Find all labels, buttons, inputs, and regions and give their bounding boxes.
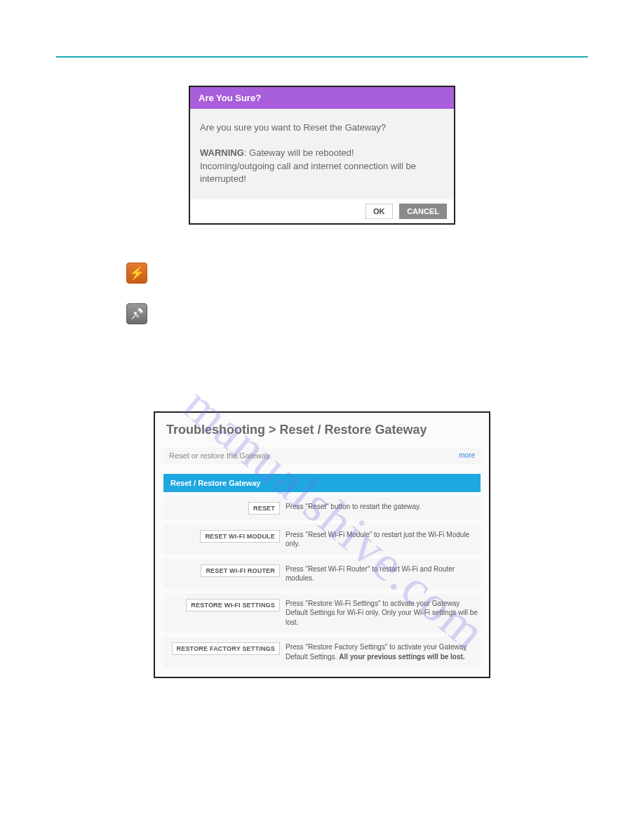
row-desc: Press "Restore Wi-Fi Settings" to activa… [286, 599, 478, 628]
ok-button[interactable]: OK [365, 204, 393, 219]
row-desc-bold: All your previous settings will be lost. [339, 653, 464, 661]
row-desc: Press "Restore Factory Settings" to acti… [286, 642, 478, 661]
dialog-footer: OK CANCEL [190, 199, 454, 223]
row-desc: Press "Reset Wi-Fi Module" to restart ju… [286, 530, 478, 549]
warning-line2: Incoming/outgoing call and internet conn… [200, 161, 416, 184]
row-desc: Press "Reset Wi-Fi Router" to restart Wi… [286, 564, 478, 583]
dialog-warning: WARNING: Gateway will be rebooted! Incom… [200, 147, 444, 185]
dialog-title: Are You Sure? [190, 87, 454, 109]
confirm-dialog: Are You Sure? Are you sure you want to R… [189, 86, 455, 225]
table-row: RESET Press "Reset" button to restart th… [163, 496, 481, 520]
pin-icon [126, 303, 147, 324]
dialog-body: Are you sure you want to Reset the Gatew… [190, 109, 454, 199]
row-desc: Press "Reset" button to restart the gate… [286, 502, 478, 512]
reset-wifi-module-button[interactable]: RESET WI-FI MODULE [200, 530, 280, 543]
more-link[interactable]: more [459, 451, 475, 459]
panel-title: Troubleshooting > Reset / Restore Gatewa… [166, 423, 481, 437]
lightning-icon [126, 263, 147, 284]
section-header: Reset / Restore Gateway [163, 474, 481, 492]
table-row: RESET WI-FI ROUTER Press "Reset Wi-Fi Ro… [163, 559, 481, 589]
top-divider [56, 56, 588, 58]
table-row: RESTORE FACTORY SETTINGS Press "Restore … [163, 637, 481, 667]
panel-subtitle-row: Reset or restore the Gateway. more [163, 447, 481, 464]
troubleshooting-panel: Troubleshooting > Reset / Restore Gatewa… [154, 411, 490, 679]
warning-line1: : Gateway will be rebooted! [244, 147, 354, 158]
reset-wifi-router-button[interactable]: RESET WI-FI ROUTER [201, 564, 280, 577]
cancel-button[interactable]: CANCEL [399, 204, 447, 219]
table-row: RESET WI-FI MODULE Press "Reset Wi-Fi Mo… [163, 524, 481, 555]
restore-factory-settings-button[interactable]: RESTORE FACTORY SETTINGS [172, 642, 281, 655]
reset-button[interactable]: RESET [248, 502, 280, 515]
warning-label: WARNING [200, 147, 244, 158]
dialog-question: Are you sure you want to Reset the Gatew… [200, 121, 444, 134]
panel-subtitle: Reset or restore the Gateway. [169, 451, 271, 460]
restore-wifi-settings-button[interactable]: RESTORE WI-FI SETTINGS [186, 599, 280, 611]
table-row: RESTORE WI-FI SETTINGS Press "Restore Wi… [163, 593, 481, 633]
